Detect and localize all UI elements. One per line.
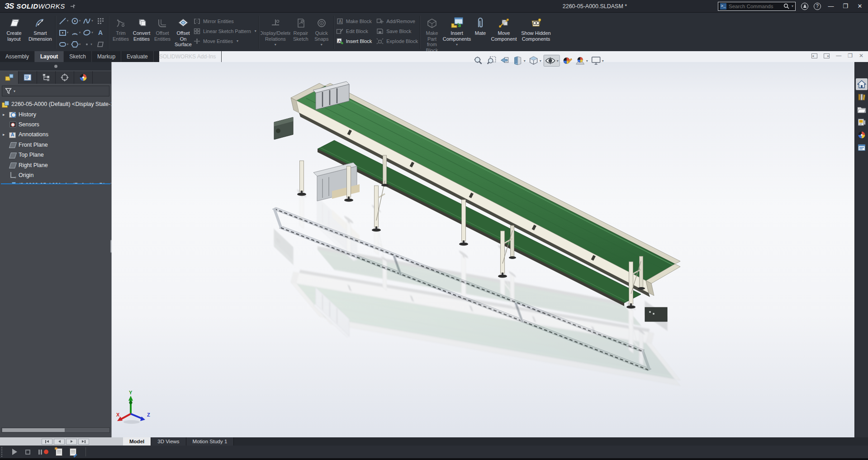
insert-components-button[interactable]: Insert Components ▾	[442, 14, 472, 51]
search-icon[interactable]	[783, 3, 789, 9]
repair-sketch-button[interactable]: Repair Sketch	[290, 14, 311, 51]
trim-entities-button[interactable]: Trim Entities	[110, 14, 131, 51]
view-orientation-dropdown-icon[interactable]: ▾	[540, 59, 541, 63]
explode-block-button[interactable]: Explode Block	[376, 38, 418, 44]
point-icon[interactable]: ▾	[82, 38, 94, 50]
linear-pattern-dropdown-icon[interactable]: ▾	[255, 29, 256, 33]
zoom-to-area-icon[interactable]	[486, 55, 498, 67]
user-account-icon[interactable]	[801, 3, 808, 10]
command-tab[interactable]: Layout	[35, 51, 64, 62]
mirror-entities-button[interactable]: Mirror Entities	[194, 18, 256, 24]
panel-drag-handle[interactable]	[54, 65, 57, 68]
create-layout-button[interactable]: Create layout	[1, 14, 27, 51]
slot-icon[interactable]: ▾	[57, 38, 70, 50]
last-sheet-icon[interactable]	[78, 439, 89, 445]
sketch-text-icon[interactable]: A	[94, 27, 106, 38]
show-hidden-components-button[interactable]: Show Hidden Components	[519, 14, 553, 51]
save-animation-icon[interactable]	[56, 448, 62, 456]
linear-sketch-pattern-button[interactable]: Linear Sketch Pattern ▾	[194, 28, 256, 34]
command-tab[interactable]: Sketch	[64, 51, 92, 62]
appearances-scenes-icon[interactable]	[856, 129, 868, 141]
tree-item[interactable]: ▸ Top Plane	[0, 150, 111, 160]
ellipse-icon[interactable]: ▾	[82, 27, 94, 38]
quick-snaps-dropdown-icon[interactable]: ▾	[321, 42, 323, 48]
study-tab[interactable]: Motion Study 1	[186, 437, 234, 446]
search-dropdown-icon[interactable]: ▾	[792, 4, 793, 8]
search-input[interactable]	[729, 4, 781, 9]
design-library-icon[interactable]	[856, 91, 868, 103]
apply-scene-icon[interactable]: ▾	[574, 55, 589, 67]
line-icon[interactable]: ▾	[57, 15, 70, 27]
filter-dropdown-icon[interactable]: ▾	[14, 89, 15, 93]
close-icon[interactable]: ✕	[855, 3, 864, 10]
tree-filter-box[interactable]: ▾	[2, 86, 109, 96]
move-component-button[interactable]: Move Component	[489, 14, 519, 51]
make-part-from-block-button[interactable]: Make Part from Block	[422, 14, 442, 51]
tree-item[interactable]: ▸ Annotations	[0, 129, 111, 139]
expand-arrow-icon[interactable]: ▸	[3, 112, 9, 117]
tree-item[interactable]: ▸ History	[0, 109, 111, 119]
close-doc-icon[interactable]: ✕	[859, 53, 863, 59]
command-tab[interactable]: Assembly	[0, 51, 35, 62]
move-entities-dropdown-icon[interactable]: ▾	[237, 39, 238, 43]
mate-button[interactable]: Mate	[472, 14, 489, 51]
convert-entities-button[interactable]: Convert Entities	[131, 14, 152, 51]
polygon-icon[interactable]: ▾	[70, 38, 82, 50]
tree-item[interactable]: ▸ Origin	[0, 170, 111, 180]
first-sheet-icon[interactable]	[42, 439, 52, 445]
collapse-right-icon[interactable]: ▸	[824, 53, 830, 58]
section-view-dropdown-icon[interactable]: ▾	[524, 59, 526, 63]
make-block-button[interactable]: A Make Block	[336, 18, 372, 24]
restore-icon[interactable]: ❐	[841, 3, 850, 10]
offset-entities-button[interactable]: Offset Entities	[152, 14, 173, 51]
display-delete-relations-button[interactable]: Display/Delete Relations ▾	[261, 14, 290, 51]
add-remove-button[interactable]: Add/Remove	[376, 18, 418, 24]
viewport-3d-scene[interactable]	[112, 62, 854, 437]
displaymanager-icon[interactable]	[74, 71, 93, 84]
featuremanager-tree-icon[interactable]	[0, 71, 19, 84]
study-tab[interactable]: 3D Views	[151, 437, 186, 446]
help-icon[interactable]: ?	[814, 3, 821, 10]
expand-arrow-icon[interactable]: ▸	[3, 132, 9, 137]
view-palette-icon[interactable]	[856, 116, 868, 128]
propertymanager-icon[interactable]	[19, 71, 37, 84]
save-block-button[interactable]: Save Block	[376, 28, 418, 34]
offset-on-surface-button[interactable]: Offset On Surface	[173, 14, 194, 51]
previous-sheet-icon[interactable]	[54, 439, 65, 445]
previous-view-icon[interactable]	[499, 55, 511, 67]
configurationmanager-icon[interactable]	[37, 71, 56, 84]
command-tab[interactable]: Evaluate	[121, 51, 154, 62]
toolbar-drag-handle[interactable]	[1, 447, 5, 457]
command-tab[interactable]: SOLIDWORKS Add-Ins	[154, 51, 222, 62]
study-tab[interactable]: Model	[123, 437, 151, 446]
scrollbar-thumb[interactable]	[2, 428, 65, 432]
home-icon[interactable]	[856, 78, 868, 90]
dimxpertmanager-icon[interactable]	[56, 71, 74, 84]
circle-icon[interactable]: ▾	[70, 15, 82, 27]
tree-item[interactable]: ▸ (f) 2260-05-A001<1> (Default) <Display…	[0, 180, 111, 183]
zoom-to-fit-icon[interactable]	[473, 55, 484, 67]
edit-block-button[interactable]: Edit Block	[336, 28, 372, 34]
minimize-icon[interactable]: —	[826, 3, 835, 10]
file-explorer-icon[interactable]	[856, 104, 868, 115]
hide-show-dropdown-icon[interactable]: ▾	[557, 59, 559, 63]
stop-icon[interactable]	[25, 450, 30, 455]
view-orientation-icon[interactable]: ▾	[528, 55, 542, 67]
restore-doc-icon[interactable]: ❐	[848, 53, 853, 59]
pin-menu-icon[interactable]	[70, 3, 76, 10]
rectangle-icon[interactable]: ▾	[57, 27, 70, 38]
insert-components-dropdown-icon[interactable]: ▾	[456, 42, 458, 48]
sketch-plane-icon[interactable]	[94, 38, 106, 50]
command-tab[interactable]: Markup	[92, 51, 121, 62]
next-sheet-icon[interactable]	[66, 439, 77, 445]
tree-item[interactable]: ▸ 2260-05-A000 (Default) <Display State-…	[0, 99, 111, 109]
spline-icon[interactable]: ▾	[82, 15, 94, 27]
minimize-doc-icon[interactable]: —	[836, 53, 841, 59]
animation-wizard-icon[interactable]	[70, 448, 76, 456]
hatch-pattern-icon[interactable]	[94, 15, 106, 27]
edit-appearance-icon[interactable]	[561, 55, 573, 67]
relations-dropdown-icon[interactable]: ▾	[275, 42, 276, 48]
view-settings-icon[interactable]: ▾	[590, 55, 605, 66]
section-view-icon[interactable]: ▾	[512, 55, 526, 67]
move-entities-button[interactable]: Move Entities ▾	[194, 38, 256, 44]
